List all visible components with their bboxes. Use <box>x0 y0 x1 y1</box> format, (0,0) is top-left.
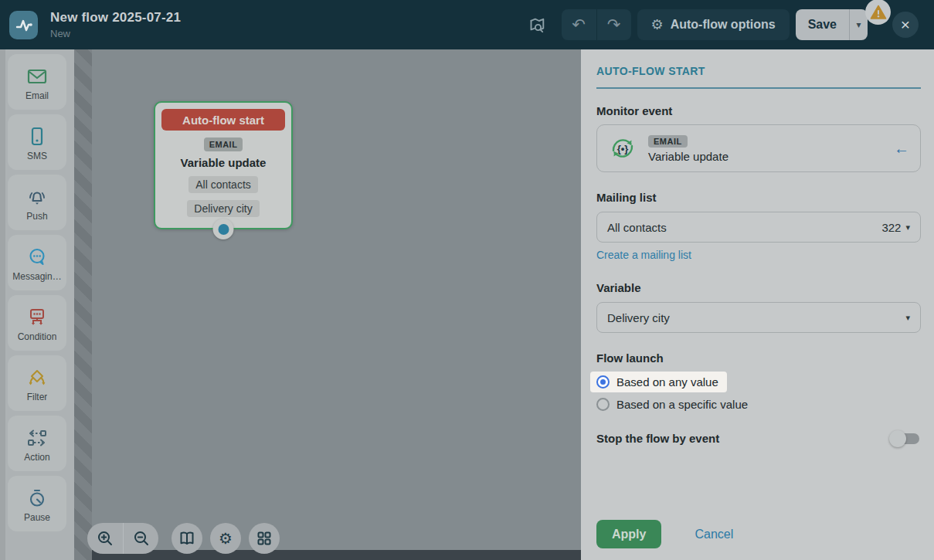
node-output-connector[interactable] <box>213 219 234 239</box>
grid-view-button[interactable] <box>249 523 280 554</box>
sidebar-item-messaging[interactable]: Messagin… <box>8 235 66 290</box>
title-block: New flow 2025-07-21 New <box>50 10 181 39</box>
chevron-down-icon: ▾ <box>905 222 910 232</box>
condition-icon <box>25 304 49 331</box>
page-title: New flow 2025-07-21 <box>50 10 181 25</box>
radio-label: Based on a specific value <box>616 398 748 411</box>
zoom-in-icon <box>96 529 114 548</box>
sidebar-item-push[interactable]: Push <box>8 175 66 230</box>
save-button[interactable]: Save <box>796 9 849 40</box>
action-icon <box>25 425 49 451</box>
node-event-name: Variable update <box>161 156 285 169</box>
block-sidebar: Email SMS Push Messagin… <box>0 49 74 560</box>
event-texts: EMAIL Variable update <box>648 134 729 163</box>
panel-divider <box>596 87 921 89</box>
node-channel-badge: EMAIL <box>204 137 243 151</box>
zoom-out-button[interactable] <box>123 523 158 554</box>
variable-right: ▾ <box>905 313 910 323</box>
close-icon: × <box>901 15 910 34</box>
pause-icon <box>25 485 49 511</box>
radio-based-on-any-value[interactable]: Based on any value <box>590 372 727 392</box>
monitor-event-card[interactable]: {•} EMAIL Variable update ← <box>596 124 921 172</box>
redo-icon: ↷ <box>607 15 621 34</box>
zoom-out-icon <box>132 529 151 548</box>
sidebar-item-filter[interactable]: Filter <box>8 355 66 411</box>
chevron-down-icon: ▾ <box>905 313 910 323</box>
sidebar-item-label: Condition <box>18 331 57 342</box>
zoom-controls <box>87 523 158 554</box>
push-icon <box>25 184 49 210</box>
variable-value: Delivery city <box>607 311 670 324</box>
stop-flow-toggle[interactable] <box>892 433 919 444</box>
header-actions: ↶ ↷ ⚙ Auto-flow options Save ▾ <box>525 9 919 40</box>
sidebar-item-label: Action <box>24 452 49 463</box>
panel-heading: AUTO-FLOW START <box>596 65 921 77</box>
close-button[interactable]: × <box>892 12 919 38</box>
page-subtitle: New <box>50 28 181 39</box>
warning-badge <box>865 0 891 25</box>
sidebar-item-action[interactable]: Action <box>8 416 66 471</box>
undo-redo-group: ↶ ↷ <box>562 9 631 40</box>
stop-flow-row: Stop the flow by event <box>596 432 921 445</box>
undo-button[interactable]: ↶ <box>562 9 596 40</box>
svg-text:{•}: {•} <box>617 143 629 154</box>
create-mailing-list-link[interactable]: Create a mailing list <box>596 249 691 261</box>
sms-icon <box>25 124 49 150</box>
canvas-settings-button[interactable]: ⚙ <box>210 523 241 554</box>
sidebar-item-label: Pause <box>24 512 50 523</box>
gear-icon: ⚙ <box>651 16 664 33</box>
filter-icon <box>25 365 49 391</box>
chevron-down-icon: ▾ <box>856 19 861 30</box>
auto-flow-options-button[interactable]: ⚙ Auto-flow options <box>637 9 790 40</box>
sidebar-item-label: Filter <box>27 392 48 402</box>
sidebar-item-pause[interactable]: Pause <box>8 476 66 531</box>
apply-button[interactable]: Apply <box>596 520 661 548</box>
undo-icon: ↶ <box>572 15 586 34</box>
sidebar-item-condition[interactable]: Condition <box>8 295 66 351</box>
save-label: Save <box>808 18 837 32</box>
minimap-button[interactable] <box>172 523 202 554</box>
save-split-button: Save ▾ <box>796 9 868 40</box>
sidebar-item-sms[interactable]: SMS <box>8 114 66 170</box>
auto-flow-options-label: Auto-flow options <box>671 18 776 32</box>
radio-selected-icon <box>596 375 610 389</box>
radio-label: Based on any value <box>616 375 718 389</box>
node-chip-mailing-list: All contacts <box>188 176 258 193</box>
sidebar-item-email[interactable]: Email <box>8 54 66 110</box>
save-button-wrap: Save ▾ <box>796 9 868 40</box>
mailing-list-select[interactable]: All contacts 322 ▾ <box>596 212 921 243</box>
canvas-edge-stripes <box>74 49 92 560</box>
header: New flow 2025-07-21 New ↶ ↷ ⚙ Auto-flow … <box>0 0 934 49</box>
node-title: Auto-flow start <box>161 109 285 131</box>
cancel-button[interactable]: Cancel <box>695 528 733 541</box>
connector-dot <box>218 224 229 235</box>
workspace: Email SMS Push Messagin… <box>0 49 934 560</box>
monitor-event-label: Monitor event <box>596 104 921 117</box>
radio-based-on-specific-value[interactable]: Based on a specific value <box>590 394 756 415</box>
flow-node-auto-flow-start[interactable]: Auto-flow start EMAIL Variable update Al… <box>154 101 293 229</box>
event-name: Variable update <box>648 150 729 163</box>
mailing-list-right: 322 ▾ <box>881 221 910 234</box>
variable-label: Variable <box>596 281 921 294</box>
radio-unselected-icon <box>596 398 610 411</box>
back-arrow-icon[interactable]: ← <box>894 140 909 158</box>
variable-sync-icon: {•} <box>608 134 637 163</box>
map-search-button[interactable] <box>525 12 551 38</box>
flow-canvas[interactable]: Email SMS Push Messagin… <box>0 49 581 560</box>
node-chip-variable: Delivery city <box>187 200 259 217</box>
mailing-list-label: Mailing list <box>596 191 921 204</box>
mailing-list-count: 322 <box>881 221 901 234</box>
event-channel-badge: EMAIL <box>648 135 688 148</box>
sidebar-item-label: Push <box>26 211 47 222</box>
zoom-in-button[interactable] <box>87 523 123 554</box>
map-book-icon <box>178 529 196 548</box>
map-search-icon <box>528 15 547 35</box>
gear-icon: ⚙ <box>219 529 233 548</box>
app-logo-icon <box>9 11 38 39</box>
canvas-toolbar: ⚙ <box>87 523 280 554</box>
panel-footer: Apply Cancel <box>596 520 921 548</box>
variable-select[interactable]: Delivery city ▾ <box>596 302 921 333</box>
mailing-list-value: All contacts <box>607 221 667 234</box>
email-icon <box>25 63 49 90</box>
redo-button[interactable]: ↷ <box>596 9 631 40</box>
